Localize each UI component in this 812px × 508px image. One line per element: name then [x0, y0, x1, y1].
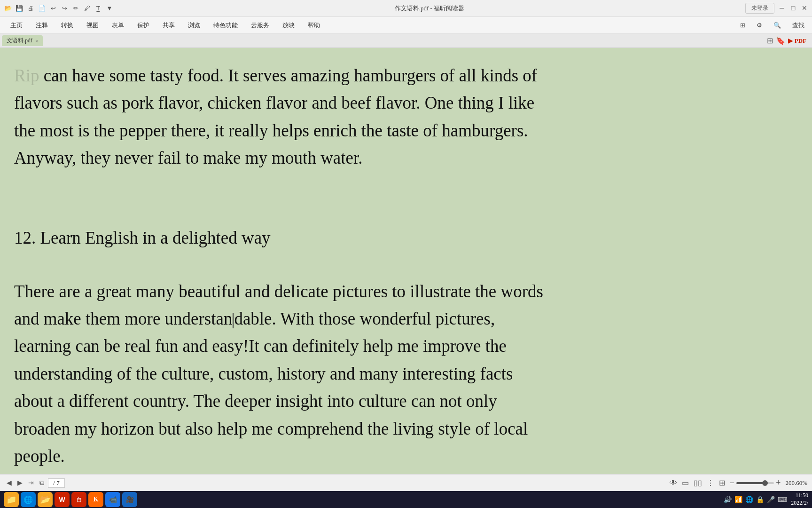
tab-close-button[interactable]: ×: [35, 38, 38, 44]
menu-annotation[interactable]: 注释: [29, 19, 55, 32]
clock-date: 2022/2/: [791, 500, 808, 507]
taskbar-clock[interactable]: 11:50 2022/2/: [791, 492, 808, 507]
app-tencent-meeting[interactable]: 🎥: [122, 492, 137, 507]
menu-share[interactable]: 共享: [156, 19, 181, 32]
titlebar-left: 📂 💾 🖨 📄 ↩ ↪ ✏ 🖊 T̲ ▼: [4, 4, 114, 13]
window-title: 作文语料.pdf - 福昕阅读器: [395, 5, 464, 12]
security-icon[interactable]: 🔒: [756, 496, 764, 504]
zoom-slider[interactable]: [736, 482, 774, 484]
view-double-icon[interactable]: ▯▯: [694, 478, 702, 487]
eye-icon[interactable]: 👁: [670, 479, 677, 487]
bottombar-right: 👁 ▭ ▯▯ ⋮ ⊞ − + 200.60%: [670, 478, 807, 488]
grid-icon[interactable]: ⊞: [767, 36, 773, 45]
expand-pages-button[interactable]: ⇥: [26, 478, 36, 488]
menu-protect[interactable]: 保护: [131, 19, 156, 32]
zoom-percentage: 200.60%: [785, 479, 807, 487]
undo-icon[interactable]: ↩: [49, 4, 57, 13]
search-button[interactable]: 🔍: [770, 20, 785, 31]
menu-help[interactable]: 帮助: [301, 19, 327, 32]
app-file-explorer[interactable]: 📁: [4, 492, 19, 507]
menu-convert[interactable]: 转换: [55, 19, 80, 32]
system-tray: 🔊 📶 🌐 🔒 🎤 ⌨: [724, 496, 787, 504]
save-icon[interactable]: 💾: [15, 4, 23, 13]
menu-present[interactable]: 放映: [276, 19, 301, 32]
menubar: 主页 注释 转换 视图 表单 保护 共享 浏览 特色功能 云服务 放映 帮助 ⊞…: [0, 17, 812, 34]
pen-icon[interactable]: ✏: [71, 4, 80, 13]
volume-icon[interactable]: 🔊: [724, 496, 732, 504]
page-number[interactable]: / 7: [48, 478, 65, 488]
settings-button[interactable]: ⚙: [753, 20, 766, 31]
app-wps-word[interactable]: W: [55, 492, 70, 507]
menu-browse[interactable]: 浏览: [181, 19, 207, 32]
view-scroll-icon[interactable]: ⋮: [707, 478, 714, 487]
zoom-out-button[interactable]: −: [730, 478, 734, 488]
clock-time: 11:50: [791, 492, 808, 500]
app-wps-office[interactable]: K: [88, 492, 103, 507]
app-baidu-input[interactable]: 百: [71, 492, 86, 507]
wps-badge-icon: ▶ PDF: [788, 37, 806, 45]
titlebar: 📂 💾 🖨 📄 ↩ ↪ ✏ 🖊 T̲ ▼ 作文语料.pdf - 福昕阅读器 未登…: [0, 0, 812, 17]
folder-open-icon[interactable]: 📂: [4, 4, 12, 13]
titlebar-center: 作文语料.pdf - 福昕阅读器: [114, 4, 745, 13]
active-tab[interactable]: 文语料.pdf ×: [2, 35, 43, 46]
menu-features[interactable]: 特色功能: [207, 19, 244, 32]
tab-label: 文语料.pdf: [7, 37, 32, 45]
paragraph1-text: Rip can have some tasty food. It serves …: [14, 62, 798, 172]
close-button[interactable]: ✕: [801, 5, 808, 12]
next-page-button[interactable]: ▶: [16, 478, 24, 488]
wifi-icon[interactable]: 🌐: [745, 496, 753, 504]
keyboard-icon[interactable]: ⌨: [778, 496, 787, 504]
app-browser[interactable]: 🌐: [21, 492, 36, 507]
view-spread-icon[interactable]: ⊞: [719, 478, 725, 487]
tabbar: 文语料.pdf × ⊞ 🔖 ▶ PDF: [0, 34, 812, 48]
bookmark-icon[interactable]: 🔖: [776, 36, 785, 45]
zoom-control: − +: [730, 478, 781, 488]
titlebar-right: 未登录 ─ □ ✕: [745, 3, 808, 14]
bottom-toolbar: ◀ ▶ ⇥ ⧉ / 7 👁 ▭ ▯▯ ⋮ ⊞ − + 200.60%: [0, 474, 812, 491]
view-single-icon[interactable]: ▭: [682, 478, 689, 487]
zoom-thumb: [762, 480, 768, 486]
mic-icon[interactable]: 🎤: [767, 496, 775, 504]
section12-title: 12. Learn English in a delighted way: [14, 224, 798, 251]
maximize-button[interactable]: □: [789, 5, 797, 12]
new-icon[interactable]: 📄: [38, 4, 46, 13]
highlight-icon[interactable]: T̲: [94, 4, 102, 13]
menu-form[interactable]: 表单: [105, 19, 131, 32]
menu-view[interactable]: 视图: [80, 19, 105, 32]
menu-cloud[interactable]: 云服务: [244, 19, 276, 32]
copy-page-button[interactable]: ⧉: [38, 478, 46, 488]
page-navigation: ◀ ▶ ⇥ ⧉ / 7: [5, 478, 65, 488]
minimize-button[interactable]: ─: [778, 5, 786, 12]
redo-icon[interactable]: ↪: [60, 4, 69, 13]
taskbar-right: 🔊 📶 🌐 🔒 🎤 ⌨ 11:50 2022/2/: [724, 492, 808, 507]
windows-taskbar: 📁 🌐 📂 W 百 K 📹 🎥 🔊 📶 🌐 🔒 🎤 ⌨ 11:50 2022/2…: [0, 491, 812, 508]
paragraph2-text: There are a great many beautiful and del…: [14, 278, 798, 470]
grid-view-button[interactable]: ⊞: [736, 20, 749, 31]
pencil-icon[interactable]: 🖊: [83, 4, 91, 13]
more-icon[interactable]: ▼: [105, 4, 114, 13]
network-icon[interactable]: 📶: [734, 496, 742, 504]
pdf-content: Rip can have some tasty food. It serves …: [0, 48, 812, 474]
zoom-in-button[interactable]: +: [776, 478, 781, 488]
menu-home[interactable]: 主页: [4, 19, 29, 32]
tabbar-right: ⊞ 🔖 ▶ PDF: [767, 36, 810, 45]
find-label[interactable]: 查找: [789, 20, 808, 31]
login-button[interactable]: 未登录: [745, 3, 774, 14]
app-file-manager[interactable]: 📂: [38, 492, 53, 507]
app-meeting[interactable]: 📹: [105, 492, 120, 507]
pdf-page: Rip can have some tasty food. It serves …: [0, 57, 812, 474]
prev-page-button[interactable]: ◀: [5, 478, 14, 488]
print-icon[interactable]: 🖨: [26, 4, 35, 13]
menubar-right: ⊞ ⚙ 🔍 查找: [736, 20, 808, 31]
